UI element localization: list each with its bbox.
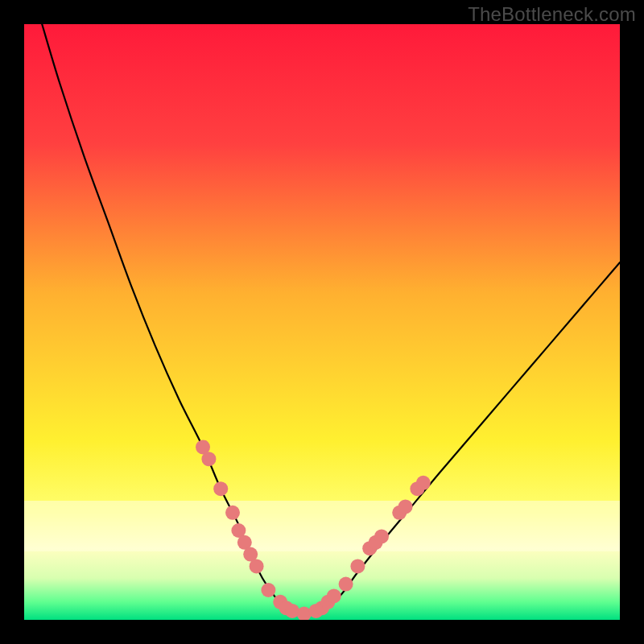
highlight-band [24, 501, 620, 551]
marker-point [201, 452, 216, 466]
marker-point [261, 583, 275, 597]
chart-frame: TheBottleneck.com [0, 0, 644, 644]
marker-point [374, 529, 389, 543]
marker-point [327, 588, 341, 603]
marker-point [398, 499, 413, 514]
watermark-text: TheBottleneck.com [468, 3, 636, 26]
marker-point [416, 476, 431, 490]
chart-svg [24, 24, 620, 620]
marker-point [339, 577, 353, 592]
plot-area [24, 24, 620, 620]
marker-point [350, 559, 365, 573]
marker-point [213, 481, 228, 496]
marker-point [225, 506, 240, 520]
marker-point [250, 559, 264, 573]
